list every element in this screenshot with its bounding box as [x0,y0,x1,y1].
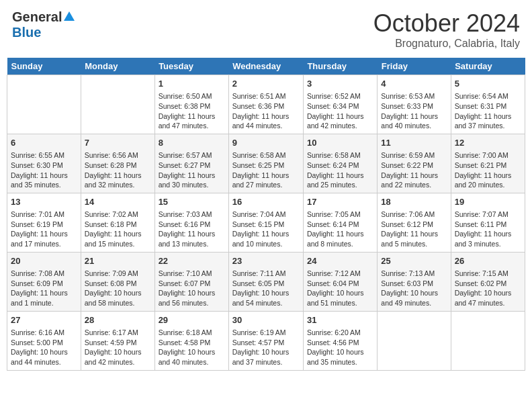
day-info: Sunrise: 7:10 AM Sunset: 6:07 PM Dayligh… [159,269,225,308]
calendar-cell: 7Sunrise: 6:56 AM Sunset: 6:28 PM Daylig… [81,134,154,193]
calendar-cell: 10Sunrise: 6:58 AM Sunset: 6:24 PM Dayli… [303,134,377,193]
month-title: October 2024 [373,9,520,38]
calendar-cell: 21Sunrise: 7:09 AM Sunset: 6:08 PM Dayli… [81,252,154,311]
header-row: SundayMondayTuesdayWednesdayThursdayFrid… [7,58,525,75]
day-info: Sunrise: 7:09 AM Sunset: 6:08 PM Dayligh… [85,269,151,308]
week-row-3: 13Sunrise: 7:01 AM Sunset: 6:19 PM Dayli… [7,193,525,252]
logo-blue: Blue [12,25,41,40]
calendar-cell: 15Sunrise: 7:03 AM Sunset: 6:16 PM Dayli… [154,193,228,252]
day-number: 28 [85,314,151,326]
day-info: Sunrise: 6:54 AM Sunset: 6:31 PM Dayligh… [455,91,521,131]
day-number: 2 [232,78,300,90]
calendar-cell: 25Sunrise: 7:13 AM Sunset: 6:03 PM Dayli… [378,252,451,311]
column-header-saturday: Saturday [451,58,525,75]
calendar-cell: 5Sunrise: 6:54 AM Sunset: 6:31 PM Daylig… [451,75,525,134]
calendar-cell: 3Sunrise: 6:52 AM Sunset: 6:34 PM Daylig… [303,75,377,134]
day-info: Sunrise: 7:02 AM Sunset: 6:18 PM Dayligh… [85,210,151,249]
day-info: Sunrise: 7:01 AM Sunset: 6:19 PM Dayligh… [11,210,77,249]
day-number: 20 [11,255,77,267]
calendar-cell: 1Sunrise: 6:50 AM Sunset: 6:38 PM Daylig… [154,75,228,134]
calendar-cell: 23Sunrise: 7:11 AM Sunset: 6:05 PM Dayli… [228,252,303,311]
day-number: 13 [11,196,77,208]
day-info: Sunrise: 7:07 AM Sunset: 6:11 PM Dayligh… [455,210,521,249]
day-info: Sunrise: 7:06 AM Sunset: 6:12 PM Dayligh… [381,210,447,249]
calendar-cell: 31Sunrise: 6:20 AM Sunset: 4:56 PM Dayli… [303,311,377,370]
logo-icon [63,10,75,25]
calendar-cell: 16Sunrise: 7:04 AM Sunset: 6:15 PM Dayli… [228,193,303,252]
day-info: Sunrise: 6:50 AM Sunset: 6:38 PM Dayligh… [159,91,225,131]
day-info: Sunrise: 6:52 AM Sunset: 6:34 PM Dayligh… [307,91,373,131]
day-info: Sunrise: 6:19 AM Sunset: 4:57 PM Dayligh… [232,328,300,367]
svg-marker-0 [64,11,75,21]
day-number: 15 [159,196,225,208]
day-info: Sunrise: 6:56 AM Sunset: 6:28 PM Dayligh… [85,150,151,190]
calendar-cell: 27Sunrise: 6:16 AM Sunset: 5:00 PM Dayli… [7,311,81,370]
day-number: 3 [307,78,373,90]
calendar-cell: 24Sunrise: 7:12 AM Sunset: 6:04 PM Dayli… [303,252,377,311]
day-info: Sunrise: 7:13 AM Sunset: 6:03 PM Dayligh… [381,269,447,308]
calendar-cell [7,75,81,134]
column-header-tuesday: Tuesday [154,58,228,75]
day-info: Sunrise: 6:51 AM Sunset: 6:36 PM Dayligh… [232,91,300,131]
column-header-friday: Friday [378,58,451,75]
calendar-cell: 9Sunrise: 6:58 AM Sunset: 6:25 PM Daylig… [228,134,303,193]
calendar-cell: 17Sunrise: 7:05 AM Sunset: 6:14 PM Dayli… [303,193,377,252]
day-number: 8 [159,137,225,149]
calendar-table: SundayMondayTuesdayWednesdayThursdayFrid… [7,58,525,371]
day-number: 5 [455,78,521,90]
calendar-cell: 29Sunrise: 6:18 AM Sunset: 4:58 PM Dayli… [154,311,228,370]
day-number: 9 [232,137,300,149]
day-number: 6 [11,137,77,149]
day-number: 31 [307,314,373,326]
day-info: Sunrise: 6:59 AM Sunset: 6:22 PM Dayligh… [381,150,447,190]
day-number: 17 [307,196,373,208]
calendar-cell: 8Sunrise: 6:57 AM Sunset: 6:27 PM Daylig… [154,134,228,193]
calendar-cell: 13Sunrise: 7:01 AM Sunset: 6:19 PM Dayli… [7,193,81,252]
logo: General Blue [12,9,75,40]
day-number: 14 [85,196,151,208]
day-number: 21 [85,255,151,267]
day-number: 16 [232,196,300,208]
column-header-sunday: Sunday [7,58,81,75]
calendar-cell: 30Sunrise: 6:19 AM Sunset: 4:57 PM Dayli… [228,311,303,370]
day-number: 18 [381,196,447,208]
day-number: 30 [232,314,300,326]
logo-general: General [12,9,62,25]
day-info: Sunrise: 6:58 AM Sunset: 6:25 PM Dayligh… [232,150,300,190]
day-info: Sunrise: 6:17 AM Sunset: 4:59 PM Dayligh… [85,328,151,367]
calendar-cell: 6Sunrise: 6:55 AM Sunset: 6:30 PM Daylig… [7,134,81,193]
day-info: Sunrise: 6:53 AM Sunset: 6:33 PM Dayligh… [381,91,447,131]
day-number: 1 [159,78,225,90]
column-header-monday: Monday [81,58,154,75]
day-info: Sunrise: 6:20 AM Sunset: 4:56 PM Dayligh… [307,328,373,367]
calendar-cell: 4Sunrise: 6:53 AM Sunset: 6:33 PM Daylig… [378,75,451,134]
day-info: Sunrise: 7:04 AM Sunset: 6:15 PM Dayligh… [232,210,300,249]
calendar-cell: 26Sunrise: 7:15 AM Sunset: 6:02 PM Dayli… [451,252,525,311]
column-header-thursday: Thursday [303,58,377,75]
day-number: 11 [381,137,447,149]
calendar-cell [81,75,154,134]
calendar-cell: 12Sunrise: 7:00 AM Sunset: 6:21 PM Dayli… [451,134,525,193]
day-info: Sunrise: 7:05 AM Sunset: 6:14 PM Dayligh… [307,210,373,249]
day-number: 12 [455,137,521,149]
page-header: General Blue October 2024 Brognaturo, Ca… [7,7,525,52]
calendar-cell [378,311,451,370]
day-info: Sunrise: 6:16 AM Sunset: 5:00 PM Dayligh… [11,328,77,367]
day-info: Sunrise: 6:57 AM Sunset: 6:27 PM Dayligh… [159,150,225,190]
calendar-cell: 22Sunrise: 7:10 AM Sunset: 6:07 PM Dayli… [154,252,228,311]
day-info: Sunrise: 7:15 AM Sunset: 6:02 PM Dayligh… [455,269,521,308]
day-info: Sunrise: 7:12 AM Sunset: 6:04 PM Dayligh… [307,269,373,308]
day-info: Sunrise: 6:18 AM Sunset: 4:58 PM Dayligh… [159,328,225,367]
day-number: 29 [159,314,225,326]
week-row-1: 1Sunrise: 6:50 AM Sunset: 6:38 PM Daylig… [7,75,525,134]
day-number: 4 [381,78,447,90]
week-row-2: 6Sunrise: 6:55 AM Sunset: 6:30 PM Daylig… [7,134,525,193]
day-info: Sunrise: 6:55 AM Sunset: 6:30 PM Dayligh… [11,150,77,190]
day-number: 23 [232,255,300,267]
day-info: Sunrise: 7:08 AM Sunset: 6:09 PM Dayligh… [11,269,77,308]
week-row-5: 27Sunrise: 6:16 AM Sunset: 5:00 PM Dayli… [7,311,525,370]
day-number: 24 [307,255,373,267]
day-number: 27 [11,314,77,326]
week-row-4: 20Sunrise: 7:08 AM Sunset: 6:09 PM Dayli… [7,252,525,311]
day-info: Sunrise: 6:58 AM Sunset: 6:24 PM Dayligh… [307,150,373,190]
